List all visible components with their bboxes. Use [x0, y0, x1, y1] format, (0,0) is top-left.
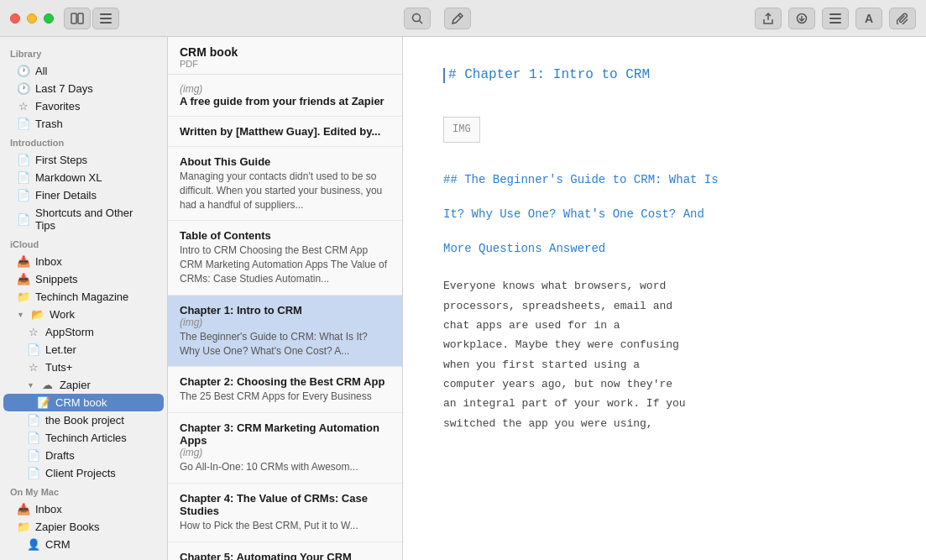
doc-item-chapter5-title: Chapter 5: Automating Your CRM [180, 551, 390, 560]
sidebar: Library 🕐 All 🕐 Last 7 Days ☆ Favorites … [0, 37, 168, 560]
clock-icon-2: 🕐 [17, 82, 30, 95]
sidebar-item-snippets[interactable]: 📥 Snippets [3, 270, 164, 288]
star-icon-2: ☆ [27, 326, 40, 338]
svg-line-7 [458, 15, 461, 18]
middle-panel-header: CRM book PDF [168, 37, 402, 75]
middle-panel-subtitle: PDF [180, 59, 390, 69]
sidebar-item-trash[interactable]: 📄 Trash [3, 115, 164, 133]
font-button[interactable]: A [855, 8, 882, 29]
fullscreen-button[interactable] [44, 13, 54, 24]
inbox-icon-2: 📥 [17, 273, 30, 285]
layout-toggle-button2[interactable] [92, 8, 119, 29]
sidebar-item-zapierbooks-label: Zapier Books [35, 521, 100, 533]
doc-item-1-title: A free guide from your friends at Zapier [180, 95, 390, 107]
sidebar-item-techinch[interactable]: 📁 Techinch Magazine [3, 288, 164, 306]
doc-item-chapter5[interactable]: Chapter 5: Automating Your CRM (img) The… [168, 542, 402, 560]
text-cursor [443, 68, 445, 83]
sidebar-item-firststeps[interactable]: 📄 First Steps [3, 151, 164, 169]
doc-item-chapter3-body: Go All-In-One: 10 CRMs with Awesom... [180, 460, 390, 474]
sidebar-item-shortcuts-label: Shortcuts and Other Tips [35, 207, 154, 232]
doc-item-chapter1[interactable]: Chapter 1: Intro to CRM (img) The Beginn… [168, 296, 402, 368]
doc-icon-10: 📄 [27, 467, 40, 479]
search-button[interactable] [404, 8, 431, 29]
content-body: Everyone knows what browsers, word proce… [443, 276, 886, 433]
sidebar-item-crm[interactable]: 👤 CRM [3, 536, 164, 553]
sidebar-item-zapier-label: Zapier [60, 379, 91, 391]
content-h1-line: # Chapter 1: Intro to CRM [443, 64, 886, 86]
main-container: Library 🕐 All 🕐 Last 7 Days ☆ Favorites … [0, 37, 926, 560]
svg-rect-11 [829, 18, 841, 19]
doc-item-chapter3-title: Chapter 3: CRM Marketing Automation Apps [180, 421, 390, 447]
content-body-line-1: processors, spreadsheets, email and [443, 296, 886, 316]
titlebar-center [119, 8, 755, 29]
doc-icon-3: 📄 [17, 171, 30, 184]
svg-rect-10 [829, 13, 841, 15]
sidebar-item-all-label: All [35, 65, 47, 77]
doc-item-chapter2-body: The 25 Best CRM Apps for Every Business [180, 390, 390, 404]
doc-item-4[interactable]: Table of Contents Intro to CRM Choosing … [168, 221, 402, 295]
sidebar-item-clientprojects-label: Client Projects [45, 467, 116, 479]
doc-item-chapter1-sub: (img) [180, 317, 390, 328]
folder-icon-2: 📁 [17, 521, 30, 533]
folder-open-icon: 📂 [31, 308, 44, 321]
sidebar-item-techincharticles[interactable]: 📄 Techinch Articles [3, 429, 164, 447]
sidebar-item-crmbook[interactable]: 📝 CRM book [3, 394, 164, 411]
sidebar-section-introduction: Introduction [0, 133, 167, 151]
sidebar-item-zapierbooks[interactable]: 📁 Zapier Books [3, 518, 164, 536]
sidebar-item-letter[interactable]: 📄 Let.ter [3, 341, 164, 359]
sidebar-item-mac-inbox-label: Inbox [35, 503, 62, 516]
sidebar-item-bookproject[interactable]: 📄 the Book project [3, 411, 164, 429]
menu-button[interactable] [822, 8, 849, 29]
doc-item-3[interactable]: About This Guide Managing your contacts … [168, 147, 402, 221]
svg-rect-4 [100, 22, 112, 24]
cloud-icon: ☁ [41, 379, 55, 391]
doc-icon-9: 📄 [27, 449, 40, 462]
compose-button[interactable] [444, 8, 471, 29]
doc-item-chapter2[interactable]: Chapter 2: Choosing the Best CRM App The… [168, 367, 402, 413]
sidebar-item-techinch-label: Techinch Magazine [35, 290, 128, 303]
content-h2-line3: More Questions Answered [443, 238, 886, 259]
doc-item-chapter2-title: Chapter 2: Choosing the Best CRM App [180, 375, 390, 388]
download-button[interactable] [788, 8, 815, 29]
doc-item-chapter3[interactable]: Chapter 3: CRM Marketing Automation Apps… [168, 413, 402, 484]
sidebar-item-appstorm-label: AppStorm [45, 326, 94, 338]
traffic-lights [10, 13, 54, 24]
sidebar-item-clientprojects[interactable]: 📄 Client Projects [3, 464, 164, 482]
sidebar-item-crmbook-label: CRM book [55, 396, 107, 409]
sidebar-item-inbox[interactable]: 📥 Inbox [3, 253, 164, 270]
content-body-line-2: chat apps are used for in a [443, 316, 886, 335]
doc-item-2[interactable]: Written by [Matthew Guay]. Edited by... [168, 117, 402, 147]
doc-item-chapter4[interactable]: Chapter 4: The Value of CRMs: Case Studi… [168, 484, 402, 542]
doc-item-chapter1-title: Chapter 1: Intro to CRM [180, 304, 390, 317]
sidebar-item-work[interactable]: ▼ 📂 Work [3, 306, 164, 323]
sidebar-item-shortcuts[interactable]: 📄 Shortcuts and Other Tips [3, 204, 164, 234]
sidebar-item-appstorm[interactable]: ☆ AppStorm [3, 323, 164, 341]
sidebar-item-mac-inbox[interactable]: 📥 Inbox [3, 500, 164, 518]
sidebar-item-markdownxl[interactable]: 📄 Markdown XL [3, 169, 164, 186]
sidebar-item-finerdetails[interactable]: 📄 Finer Details [3, 186, 164, 204]
doc-item-1[interactable]: (img) A free guide from your friends at … [168, 75, 402, 117]
content-area[interactable]: # Chapter 1: Intro to CRM IMG ## The Beg… [403, 37, 926, 560]
sidebar-item-all[interactable]: 🕐 All [3, 62, 164, 80]
sidebar-item-drafts[interactable]: 📄 Drafts [3, 447, 164, 464]
svg-rect-3 [100, 18, 112, 19]
content-body-line-3: workplace. Maybe they were confusing [443, 335, 886, 354]
content-h1: # Chapter 1: Intro to CRM [448, 64, 650, 86]
layout-toggle-button[interactable] [64, 8, 91, 29]
sidebar-item-inbox-label: Inbox [35, 255, 62, 268]
sidebar-item-favorites[interactable]: ☆ Favorites [3, 97, 164, 115]
minimize-button[interactable] [27, 13, 37, 24]
sidebar-item-tutsplus[interactable]: ☆ Tuts+ [3, 359, 164, 376]
sidebar-item-last7days[interactable]: 🕐 Last 7 Days [3, 80, 164, 97]
share-button[interactable] [755, 8, 782, 29]
doc-item-chapter4-body: How to Pick the Best CRM, Put it to W... [180, 519, 390, 533]
content-h2-line1: ## The Beginner's Guide to CRM: What Is [443, 170, 886, 191]
doc-item-chapter3-sub: (img) [180, 447, 390, 458]
doc2-icon: 📝 [37, 396, 50, 409]
close-button[interactable] [10, 13, 20, 24]
sidebar-item-zapier[interactable]: ▼ ☁ Zapier [3, 376, 164, 394]
doc-item-3-body: Managing your contacts didn't used to be… [180, 170, 390, 212]
attachment-button[interactable] [889, 8, 916, 29]
content-body-line-0: Everyone knows what browsers, word [443, 276, 886, 296]
sidebar-item-work-label: Work [50, 308, 75, 321]
